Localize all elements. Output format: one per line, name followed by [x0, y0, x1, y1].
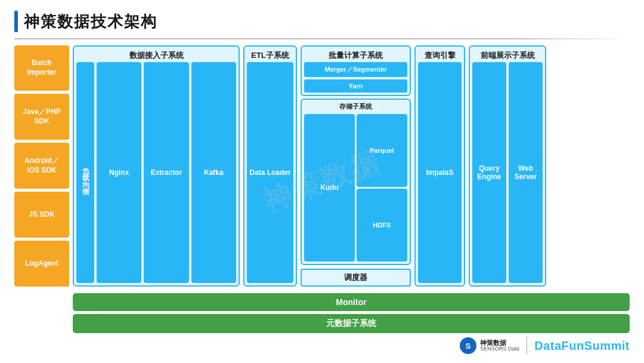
web-server-box: Web Server: [509, 62, 543, 284]
title-accent: [14, 11, 18, 32]
frontend-inner: Query Engine Web Server: [472, 62, 543, 284]
nginx-box: Nginx: [97, 62, 141, 284]
merger-box: Merger／Segmenter: [304, 62, 407, 77]
footer-divider: [527, 337, 528, 355]
storage-block: 存储子系统 Kudu Parquet HDFS: [301, 99, 411, 266]
extractor-box: Extractor: [144, 62, 188, 284]
storage-right: Parquet HDFS: [357, 114, 407, 262]
brand-logo-icon: S: [460, 337, 476, 354]
title-row: 神策数据技术架构: [14, 11, 630, 32]
data-loader-box: Data Loader: [247, 62, 293, 284]
impalas-box: ImpalaS: [418, 62, 462, 284]
kafka-box: Kafka: [191, 62, 236, 284]
divider: [14, 38, 630, 39]
meta-row-container: 元数据子系统: [14, 314, 630, 333]
storage-inner: Kudu Parquet HDFS: [304, 114, 407, 262]
scheduler-row: 调度器: [301, 269, 411, 287]
ingestion-inner: 负 载 均 衡 Nginx Extractor Kafka: [76, 62, 236, 284]
meta-spacer: [14, 314, 69, 333]
etl-title: ETL子系统: [247, 49, 293, 62]
load-balancer: 负 载 均 衡: [76, 62, 94, 284]
frontend-title: 前端展示子系统: [472, 49, 543, 62]
footer-brand: S 神策数据 SENSORS Data: [460, 337, 519, 354]
frontend-block: 前端展示子系统 Query Engine Web Server: [469, 45, 546, 287]
arch-area: Batch Importer Java／PHP SDK Android／ iOS…: [14, 45, 630, 334]
batch-storage-col: 批量计算子系统 Merger／Segmenter Yarn 存储子系统 Kudu…: [301, 45, 411, 287]
etl-block: ETL子系统 Data Loader: [243, 45, 297, 287]
query-engine-box: Query Engine: [472, 62, 506, 284]
bottom-section: Monitor 元数据子系统: [14, 293, 630, 333]
ingestion-block: 数据接入子系统 负 载 均 衡 Nginx Extractor Kafka: [73, 45, 240, 287]
page-title: 神策数据技术架构: [24, 11, 157, 32]
top-row: Batch Importer Java／PHP SDK Android／ iOS…: [14, 45, 630, 287]
monitor-spacer: [14, 293, 69, 311]
yarn-box: Yarn: [304, 79, 407, 93]
footer: S 神策数据 SENSORS Data DataFunSummit: [14, 333, 630, 355]
monitor-row-container: Monitor: [14, 293, 630, 311]
sidebar-item-batch-importer: Batch Importer: [14, 45, 69, 91]
batch-title: 批量计算子系统: [304, 49, 407, 62]
meta-row: 元数据子系统: [73, 314, 630, 333]
sidebar-item-android-ios-sdk: Android／ iOS SDK: [14, 143, 69, 189]
storage-title: 存储子系统: [304, 102, 407, 111]
sidebar-item-js-sdk: JS SDK: [14, 192, 69, 238]
footer-brand-text: 神策数据 SENSORS Data: [480, 339, 519, 352]
page: 神策数据 神策数据技术架构 Batch Importer Java／PHP SD…: [0, 0, 644, 363]
ingestion-title: 数据接入子系统: [76, 49, 236, 62]
batch-inner: Merger／Segmenter Yarn: [304, 62, 407, 93]
sidebar-item-java-php-sdk: Java／PHP SDK: [14, 94, 69, 140]
sidebar-item-logagent: LogAgent: [14, 241, 69, 287]
hdfs-box: HDFS: [357, 189, 407, 262]
kudu-box: Kudu: [304, 114, 355, 262]
brand-en: SENSORS Data: [480, 346, 519, 352]
batch-block: 批量计算子系统 Merger／Segmenter Yarn: [301, 45, 411, 96]
parquet-box: Parquet: [357, 114, 407, 187]
query-title: 查询引擎: [418, 49, 462, 62]
monitor-row: Monitor: [73, 293, 630, 311]
summit-label: DataFunSummit: [534, 339, 630, 353]
left-sidebar: Batch Importer Java／PHP SDK Android／ iOS…: [14, 45, 69, 287]
query-block: 查询引擎 ImpalaS: [414, 45, 465, 287]
